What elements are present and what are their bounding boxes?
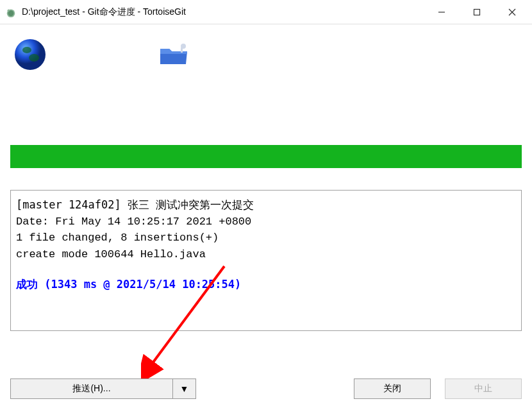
tortoisegit-icon (5, 6, 17, 18)
icon-row (10, 32, 522, 81)
close-window-button[interactable] (494, 3, 529, 22)
svg-point-8 (22, 47, 31, 53)
content-area: [master 124af02] 张三 测试冲突第一次提交 Date: Fri … (0, 24, 532, 331)
output-create-line: create mode 100644 Hello.java (16, 246, 516, 263)
svg-rect-11 (181, 47, 183, 53)
maximize-button[interactable] (459, 3, 494, 22)
button-row: 推送(H)... ▼ 关闭 中止 (10, 378, 522, 399)
folder-icon (156, 37, 191, 72)
window-title: D:\project_test - Git命令进度 - TortoiseGit (22, 6, 424, 18)
titlebar: D:\project_test - Git命令进度 - TortoiseGit (0, 0, 532, 24)
output-date-line: Date: Fri May 14 10:25:17 2021 +0800 (16, 214, 516, 230)
svg-point-7 (15, 39, 46, 70)
push-button[interactable]: 推送(H)... (10, 378, 173, 399)
push-dropdown-button[interactable]: ▼ (173, 378, 196, 399)
svg-point-2 (8, 9, 10, 12)
svg-rect-4 (474, 9, 479, 15)
globe-icon (13, 37, 47, 72)
output-changes-line: 1 file changed, 8 insertions(+) (16, 230, 516, 246)
close-button[interactable]: 关闭 (354, 378, 431, 399)
minimize-button[interactable] (424, 3, 459, 22)
progress-bar (10, 145, 522, 168)
output-success-line: 成功 (1343 ms @ 2021/5/14 10:25:54) (16, 276, 516, 293)
abort-button: 中止 (445, 378, 522, 399)
output-commit-line: [master 124af02] 张三 测试冲突第一次提交 (16, 197, 516, 214)
svg-point-9 (29, 54, 39, 62)
output-textbox[interactable]: [master 124af02] 张三 测试冲突第一次提交 Date: Fri … (10, 190, 522, 331)
